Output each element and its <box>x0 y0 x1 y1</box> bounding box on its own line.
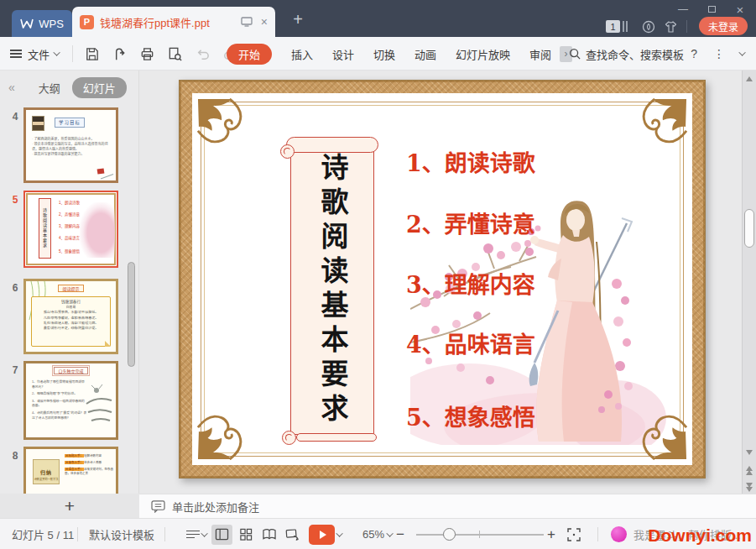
corner-flourish-icon <box>197 408 249 460</box>
wps-home-tab[interactable]: WPS <box>12 10 72 37</box>
scrollbar-thumb[interactable] <box>744 209 754 248</box>
add-slide-button[interactable]: + <box>0 494 139 518</box>
thumb-number: 8 <box>8 450 22 462</box>
undo-button[interactable] <box>192 44 212 64</box>
summary-entry: 从意象入手：体会诗人情感 <box>65 461 117 465</box>
more-options-button[interactable]: ⋮ <box>713 47 725 60</box>
shirt-skin-icon[interactable] <box>662 18 679 35</box>
zoom-level-button[interactable]: 65% <box>362 519 394 549</box>
slide-thumbnail-4[interactable]: 学习目标 · 了解西湖的美景，热爱祖国的山山水水。 · 领会本诗情景交融的写法，… <box>23 107 118 183</box>
slide-thumbnail-8[interactable]: 归纳 诗歌鉴赏的一般方法 从标题入手：理解诗歌内容 从意象入手：体会诗人情感 从… <box>23 447 118 494</box>
zoom-out-button[interactable]: − <box>396 519 404 549</box>
design-template-button[interactable]: 默认设计模板 <box>89 519 154 549</box>
list-item-4[interactable]: 4、品味语言 <box>406 327 535 359</box>
summary-entry: 从标题入手：理解诗歌内容 <box>65 454 117 458</box>
new-tab-button[interactable]: + <box>287 8 309 30</box>
close-document-icon[interactable]: × <box>261 15 268 29</box>
slide-sorter-view-button[interactable] <box>235 525 256 545</box>
ribbon-utilities: ? ⋮ <box>691 37 746 71</box>
mini-item: 1、朗读诗歌 <box>59 200 80 205</box>
chevron-down-icon <box>201 530 207 536</box>
thumb-number: 7 <box>8 364 22 376</box>
theme-skin-icon[interactable] <box>640 18 657 35</box>
collapse-panel-icon[interactable]: « <box>8 81 15 94</box>
maximize-button[interactable] <box>701 2 722 17</box>
present-monitor-icon[interactable] <box>241 17 253 27</box>
document-stack-icon <box>623 21 628 32</box>
mini-item: 4、品味语言 <box>59 235 80 240</box>
notes-bar[interactable]: 单击此处添加备注 <box>139 494 756 518</box>
corner-flourish-icon <box>635 408 687 460</box>
scroll-down-icon[interactable] <box>746 450 753 455</box>
scroll-bottom-roll <box>296 433 377 442</box>
play-options-icon[interactable] <box>336 530 342 536</box>
folded-corner <box>105 341 111 347</box>
scroll-body: 诗歌阅读基本要求 <box>290 146 374 435</box>
fit-to-window-button[interactable] <box>567 519 581 549</box>
document-tab[interactable]: P 钱塘湖春行ppt课件.ppt × <box>72 7 275 37</box>
thumb6-title: 阅读提示 <box>58 285 83 292</box>
scroll-up-icon[interactable] <box>746 76 753 81</box>
slide-thumbnail-7[interactable]: 口头独立完成 1、作者选取了哪些景物来描写西湖早春风光？ 2、细细品味题眼“争”… <box>23 361 118 440</box>
command-search[interactable]: 查找命令、搜索模板 <box>569 37 684 71</box>
canvas-scrollbar[interactable] <box>742 71 756 494</box>
tab-transition[interactable]: 切换 <box>373 46 395 62</box>
slide-title-vertical: 诗歌阅读基本要求 <box>312 153 352 428</box>
search-icon <box>569 48 581 60</box>
zoom-slider-midpoint <box>479 531 480 538</box>
title-bar: WPS P 钱塘湖春行ppt课件.ppt × + — × 1 未登录 <box>0 0 756 37</box>
document-title: 钱塘湖春行ppt课件.ppt <box>100 14 235 30</box>
tab-home[interactable]: 开始 <box>227 44 272 65</box>
tab-animation[interactable]: 动画 <box>414 46 436 62</box>
corner-flourish-icon <box>197 98 249 150</box>
chevron-down-icon <box>386 530 393 536</box>
presenter-view-button[interactable] <box>282 525 303 545</box>
poet-portrait <box>32 116 44 131</box>
poem-line: 最爱/湖东/行不足，绿杨/阴里/白沙堤。 <box>32 326 110 331</box>
list-item-1[interactable]: 1、朗读诗歌 <box>406 145 535 178</box>
login-button[interactable]: 未登录 <box>699 17 748 35</box>
tab-slideshow[interactable]: 幻灯片放映 <box>456 46 510 62</box>
slide-thumbnail-5-selected[interactable]: 诗歌阅读基本要求 1、朗读诗歌 2、弄懂诗意 3、理解内容 4、品味语言 5、想… <box>23 191 118 268</box>
status-divider <box>164 527 165 541</box>
file-menu-label: 文件 <box>28 46 50 62</box>
tab-design[interactable]: 设计 <box>332 46 354 62</box>
export-button[interactable] <box>109 44 129 64</box>
reading-view-button[interactable] <box>258 525 279 545</box>
collapse-ribbon-icon[interactable] <box>738 49 745 55</box>
slide-thumbnail-6[interactable]: 阅读提示 钱塘湖春行 白居易 孤山/寺北/贾亭西，水面/初平/云脚低。 几处/早… <box>23 279 118 354</box>
zoom-slider-track[interactable] <box>416 534 544 536</box>
next-slide-icon2[interactable] <box>746 487 753 492</box>
list-item-3[interactable]: 3、理解内容 <box>406 267 535 300</box>
tab-insert[interactable]: 插入 <box>291 46 313 62</box>
zoom-slider-knob[interactable] <box>443 528 456 541</box>
thumb-number-selected: 5 <box>8 194 22 206</box>
notes-toggle-button[interactable] <box>186 519 208 549</box>
thumbnail-list: 4 学习目标 · 了解西湖的美景，热爱祖国的山山水水。 · 领会本诗情景交融的写… <box>0 104 139 494</box>
previous-slide-icon2[interactable] <box>746 470 753 475</box>
tab-outline[interactable]: 大纲 <box>39 80 60 96</box>
print-preview-button[interactable] <box>164 44 185 64</box>
list-item-2[interactable]: 2、弄懂诗意 <box>406 207 535 239</box>
close-button[interactable]: × <box>729 2 751 17</box>
sidebar-scrollbar-thumb[interactable] <box>128 262 135 367</box>
mini-scroll-banner: 诗歌阅读基本要求 <box>39 198 51 259</box>
poem-note: 钱塘湖春行 白居易 孤山/寺北/贾亭西，水面/初平/云脚低。 几处/早莺/争暖树… <box>31 296 111 347</box>
list-item-5[interactable]: 5、想象感悟 <box>406 400 535 432</box>
current-slide[interactable]: 诗歌阅读基本要求 1、朗读诗歌 2、弄懂诗意 3、理解内容 4、品味语言 5、想… <box>179 80 706 478</box>
save-button[interactable] <box>81 44 102 64</box>
thumb7-line: 4、诗的最后两句用了“最爱”的词语？表达了诗人怎样的思想感情？ <box>32 411 87 421</box>
print-button[interactable] <box>137 44 157 64</box>
play-slideshow-button[interactable] <box>309 525 335 545</box>
scroll-curl-bottom <box>282 431 296 445</box>
open-documents-badge[interactable]: 1 <box>606 20 620 33</box>
thumb4-line: · 领会本诗情景交融的写法，品味诗人选择恰当的词语，感悟诗人融入的热爱感情。 <box>32 142 112 152</box>
help-button[interactable]: ? <box>691 47 697 60</box>
zoom-in-button[interactable]: + <box>547 519 555 549</box>
tab-slides[interactable]: 幻灯片 <box>72 77 127 98</box>
scroll-banner[interactable]: 诗歌阅读基本要求 <box>284 135 378 446</box>
normal-view-button[interactable] <box>211 525 232 545</box>
file-menu-button[interactable]: 文件 <box>10 37 60 71</box>
minimize-button[interactable]: — <box>672 2 694 17</box>
tab-review[interactable]: 审阅 <box>529 46 551 62</box>
